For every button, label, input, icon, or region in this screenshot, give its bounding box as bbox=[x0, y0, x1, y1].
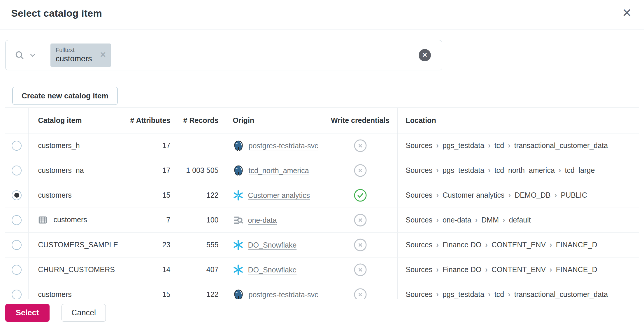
breadcrumb-separator-icon: › bbox=[488, 290, 491, 299]
breadcrumb-item: tcd bbox=[494, 141, 504, 149]
table-row[interactable]: CHURN_CUSTOMERS 14 407 DO_Snowflake Sour… bbox=[5, 257, 639, 282]
row-radio[interactable] bbox=[12, 290, 22, 299]
chevron-down-icon[interactable] bbox=[29, 51, 36, 59]
breadcrumb-item: tcd bbox=[494, 290, 504, 298]
breadcrumb-separator-icon: › bbox=[488, 141, 491, 150]
postgresql-icon bbox=[233, 289, 244, 299]
breadcrumb-separator-icon: › bbox=[436, 166, 439, 175]
catalog-item-name: customers bbox=[38, 290, 72, 298]
breadcrumb-item: pgs_testdata bbox=[443, 141, 484, 149]
postgresql-icon bbox=[233, 165, 244, 176]
breadcrumb-item: Sources bbox=[406, 166, 433, 174]
catalog-item-name: customers_na bbox=[38, 166, 84, 174]
origin-link[interactable]: one-data bbox=[248, 216, 277, 224]
table-row[interactable]: CUSTOMERS_SAMPLE 23 555 DO_Snowflake Sou… bbox=[5, 232, 639, 257]
breadcrumb-item: Finance DO bbox=[443, 265, 481, 274]
breadcrumb-separator-icon: › bbox=[550, 265, 552, 274]
breadcrumb-item: one-data bbox=[443, 216, 471, 224]
row-radio[interactable] bbox=[12, 166, 22, 175]
close-icon[interactable]: ✕ bbox=[622, 7, 632, 19]
records-count: 122 bbox=[177, 183, 225, 208]
chip-filter-value: customers bbox=[56, 54, 92, 63]
breadcrumb-separator-icon: › bbox=[436, 141, 439, 150]
location-breadcrumb: Sources›Customer analytics›DEMO_DB›PUBLI… bbox=[397, 183, 639, 208]
breadcrumb-item: PUBLIC bbox=[561, 191, 587, 199]
breadcrumb-item: DMM bbox=[481, 216, 499, 224]
attributes-count: 15 bbox=[123, 183, 177, 208]
one-data-icon bbox=[233, 215, 243, 225]
write-credentials-no-icon bbox=[354, 263, 367, 276]
attributes-count: 17 bbox=[123, 133, 177, 158]
location-breadcrumb: Sources›pgs_testdata›tcd_north_america›t… bbox=[397, 158, 639, 183]
attributes-count: 15 bbox=[123, 282, 177, 299]
table-body: customers_h 17 - postgres-testdata-svc S… bbox=[5, 133, 639, 299]
search-clear-button[interactable]: ✕ bbox=[419, 49, 431, 61]
attributes-count: 7 bbox=[123, 208, 177, 232]
catalog-item-name: CUSTOMERS_SAMPLE bbox=[38, 241, 118, 249]
location-breadcrumb: Sources›Finance DO›CONTENT_ENV›FINANCE_D bbox=[397, 232, 639, 257]
table-row[interactable]: customers 15 122 Customer analytics Sour… bbox=[5, 183, 639, 208]
records-count: 100 bbox=[177, 208, 225, 232]
breadcrumb-item: transactional_customer_data bbox=[514, 141, 608, 149]
column-header: Write credentials bbox=[323, 108, 397, 133]
chip-filter-type: Fulltext bbox=[56, 46, 92, 53]
records-count: 555 bbox=[177, 232, 225, 257]
cancel-button[interactable]: Cancel bbox=[62, 304, 106, 322]
breadcrumb-item: Sources bbox=[406, 141, 433, 149]
search-input[interactable]: Fulltext customers ✕ ✕ bbox=[5, 40, 442, 70]
row-radio[interactable] bbox=[12, 215, 22, 225]
origin-link[interactable]: DO_Snowflake bbox=[248, 265, 297, 274]
origin-link[interactable]: postgres-testdata-svc bbox=[249, 141, 318, 149]
catalog-items-table: Catalog item# Attributes# RecordsOriginW… bbox=[5, 107, 639, 299]
column-header bbox=[5, 108, 28, 133]
breadcrumb-item: Sources bbox=[406, 241, 433, 249]
breadcrumb-item: Finance DO bbox=[443, 241, 481, 249]
row-radio[interactable] bbox=[12, 141, 22, 151]
breadcrumb-item: Sources bbox=[406, 191, 433, 199]
breadcrumb-separator-icon: › bbox=[436, 265, 439, 274]
records-count: 122 bbox=[177, 282, 225, 299]
fulltext-filter-chip[interactable]: Fulltext customers ✕ bbox=[50, 44, 111, 67]
breadcrumb-separator-icon: › bbox=[503, 215, 505, 224]
breadcrumb-separator-icon: › bbox=[508, 141, 510, 150]
table-row[interactable]: customers 15 122 postgres-testdata-svc S… bbox=[5, 282, 639, 299]
table-row[interactable]: customers_na 17 1 003 505 tcd_north_amer… bbox=[5, 158, 639, 183]
breadcrumb-item: FINANCE_D bbox=[556, 265, 597, 274]
origin-link[interactable]: Customer analytics bbox=[248, 191, 310, 199]
catalog-item-name: customers bbox=[38, 191, 72, 199]
breadcrumb-separator-icon: › bbox=[436, 290, 439, 299]
row-radio[interactable] bbox=[12, 240, 22, 250]
breadcrumb-item: CONTENT_ENV bbox=[492, 241, 546, 249]
row-radio[interactable] bbox=[12, 265, 22, 275]
column-header: # Records bbox=[177, 108, 225, 133]
snowflake-icon bbox=[233, 240, 243, 250]
write-credentials-no-icon bbox=[354, 164, 367, 177]
table-row[interactable]: customers_h 17 - postgres-testdata-svc S… bbox=[5, 133, 639, 158]
origin-link[interactable]: tcd_north_america bbox=[249, 166, 309, 174]
catalog-item-name: customers_h bbox=[38, 141, 80, 149]
origin-link[interactable]: postgres-testdata-svc bbox=[249, 290, 318, 298]
column-header: Location bbox=[397, 108, 639, 133]
breadcrumb-item: Sources bbox=[406, 290, 433, 298]
snowflake-icon bbox=[233, 190, 243, 201]
breadcrumb-item: Customer analytics bbox=[443, 191, 505, 199]
breadcrumb-item: default bbox=[509, 216, 531, 224]
select-button[interactable]: Select bbox=[5, 304, 50, 322]
records-count: - bbox=[177, 133, 225, 158]
breadcrumb-item: tcd_large bbox=[565, 166, 595, 174]
breadcrumb-item: tcd_north_america bbox=[494, 166, 555, 174]
origin-link[interactable]: DO_Snowflake bbox=[248, 241, 297, 249]
attributes-count: 14 bbox=[123, 257, 177, 282]
breadcrumb-item: pgs_testdata bbox=[443, 166, 484, 174]
chip-remove-icon[interactable]: ✕ bbox=[100, 51, 106, 59]
breadcrumb-separator-icon: › bbox=[488, 166, 491, 175]
table-row[interactable]: customers 7 100 one-data Sources›one-dat… bbox=[5, 208, 639, 232]
breadcrumb-separator-icon: › bbox=[475, 215, 478, 224]
create-new-catalog-item-button[interactable]: Create new catalog item bbox=[12, 87, 118, 105]
attributes-count: 17 bbox=[123, 158, 177, 183]
write-credentials-yes-icon bbox=[354, 189, 367, 202]
records-count: 1 003 505 bbox=[177, 158, 225, 183]
breadcrumb-separator-icon: › bbox=[436, 215, 439, 224]
write-credentials-no-icon bbox=[354, 139, 367, 152]
row-radio[interactable] bbox=[12, 190, 22, 200]
